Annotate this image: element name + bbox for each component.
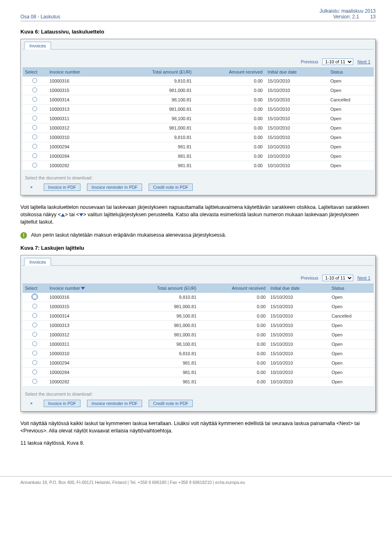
cell-status: Open <box>329 302 374 311</box>
btn-reminder-pdf[interactable]: Invoice reminder in PDF <box>87 184 142 191</box>
table-row: 10000282981.810.0010/10/2010Open <box>22 377 374 386</box>
cell-select[interactable] <box>22 311 47 320</box>
cell-status: Open <box>329 330 374 339</box>
th-invoice-number[interactable]: Invoice number <box>47 68 112 76</box>
th-total-amount[interactable]: Total amount (EUR) <box>112 68 194 76</box>
radio-icon[interactable] <box>32 379 37 384</box>
th-initial-due-date[interactable]: Initial due date <box>265 68 328 76</box>
radio-icon[interactable] <box>32 106 37 111</box>
btn-creditnote-pdf[interactable]: Credit note in PDF <box>149 400 193 407</box>
cell-invoice-number: 10000312 <box>47 123 112 133</box>
cell-select[interactable] <box>22 142 47 152</box>
pager-range-select[interactable]: 1-10 of 11 <box>322 275 353 281</box>
cell-select[interactable] <box>22 292 47 302</box>
th-amount-received[interactable]: Amount received <box>194 68 265 76</box>
pager-next[interactable]: Next 1 <box>357 275 370 280</box>
radio-icon[interactable] <box>32 313 37 318</box>
cell-due-date: 15/10/2010 <box>265 95 328 105</box>
cell-due-date: 10/10/2010 <box>265 152 328 161</box>
btn-invoice-pdf[interactable]: Invoice in PDF <box>44 400 80 407</box>
cell-select[interactable] <box>22 367 47 377</box>
table-row: 100003169,810.810.0015/10/2010Open <box>22 292 374 302</box>
radio-icon[interactable] <box>32 78 37 83</box>
radio-icon[interactable] <box>32 351 37 356</box>
cell-status: Cancelled <box>328 95 374 105</box>
cell-select[interactable] <box>22 349 47 358</box>
cell-invoice-number: 10000284 <box>47 152 112 161</box>
bullet-icon <box>31 186 32 188</box>
th-select[interactable]: Select <box>22 68 47 76</box>
cell-total-amount: 981,000.81 <box>120 330 199 339</box>
pager-next[interactable]: Next 1 <box>357 59 370 64</box>
cell-select[interactable] <box>22 320 47 330</box>
cell-select[interactable] <box>22 95 47 105</box>
th-initial-due-date[interactable]: Initial due date <box>268 284 329 292</box>
btn-creditnote-pdf[interactable]: Credit note in PDF <box>149 184 193 191</box>
th-amount-received[interactable]: Amount received <box>199 284 268 292</box>
radio-icon[interactable] <box>32 125 37 130</box>
radio-icon[interactable] <box>32 97 37 102</box>
sort-down-icon <box>79 213 83 217</box>
radio-icon[interactable] <box>32 134 37 139</box>
cell-select[interactable] <box>22 358 47 367</box>
tab-invoices[interactable]: Invoices <box>24 42 51 49</box>
cell-select[interactable] <box>22 105 47 114</box>
cell-amount-received: 0.00 <box>199 349 268 358</box>
radio-icon[interactable] <box>32 87 37 92</box>
cell-due-date: 15/10/2010 <box>268 292 329 302</box>
cell-select[interactable] <box>22 161 47 170</box>
th-select[interactable]: Select <box>22 284 47 292</box>
cell-select[interactable] <box>22 114 47 123</box>
cell-total-amount: 9,810.81 <box>112 76 194 86</box>
cell-amount-received: 0.00 <box>199 320 268 330</box>
cell-due-date: 15/10/2010 <box>268 302 329 311</box>
cell-select[interactable] <box>22 76 47 86</box>
cell-amount-received: 0.00 <box>194 105 265 114</box>
th-invoice-number[interactable]: Invoice number <box>47 284 120 292</box>
th-status[interactable]: Status <box>328 68 374 76</box>
radio-icon[interactable] <box>32 360 37 365</box>
radio-icon[interactable] <box>32 369 37 374</box>
radio-icon[interactable] <box>32 144 37 149</box>
cell-total-amount: 981.81 <box>112 142 194 152</box>
pager-range-select[interactable]: 1-10 of 11 <box>322 58 353 65</box>
th-status[interactable]: Status <box>329 284 374 292</box>
cell-select[interactable] <box>22 123 47 133</box>
radio-icon[interactable] <box>32 116 37 121</box>
cell-select[interactable] <box>22 86 47 95</box>
cell-status: Open <box>328 114 374 123</box>
cell-invoice-number: 10000282 <box>47 377 120 386</box>
info-icon: ! <box>20 232 27 239</box>
header-right: Julkaistu: maaliskuu 2013 Version: 2.1 1… <box>320 8 376 20</box>
cell-select[interactable] <box>22 339 47 349</box>
cell-select[interactable] <box>22 377 47 386</box>
radio-icon[interactable] <box>32 322 37 327</box>
table-row: 10000313981,000.810.0015/10/2010Open <box>22 105 374 114</box>
radio-icon[interactable] <box>32 304 37 309</box>
cell-select[interactable] <box>22 152 47 161</box>
cell-total-amount: 981,000.81 <box>112 123 194 133</box>
table-row: 100003169,810.810.0015/10/2010Open <box>22 76 374 86</box>
radio-icon[interactable] <box>32 163 37 168</box>
cell-select[interactable] <box>22 330 47 339</box>
cell-total-amount: 981.81 <box>120 367 199 377</box>
btn-invoice-pdf[interactable]: Invoice in PDF <box>44 184 80 191</box>
cell-total-amount: 981,000.81 <box>112 86 194 95</box>
cell-due-date: 15/10/2010 <box>265 133 328 142</box>
cell-select[interactable] <box>22 133 47 142</box>
cell-due-date: 10/10/2010 <box>265 161 328 170</box>
radio-icon[interactable] <box>32 332 37 337</box>
th-total-amount[interactable]: Total amount (EUR) <box>120 284 199 292</box>
cell-total-amount: 981.81 <box>112 161 194 170</box>
cell-status: Open <box>329 292 374 302</box>
cell-select[interactable] <box>22 302 47 311</box>
pager-previous[interactable]: Previous <box>301 275 318 280</box>
cell-total-amount: 98,100.81 <box>112 95 194 105</box>
radio-icon[interactable] <box>32 294 37 299</box>
table-row: 10000312981,000.810.0015/10/2010Open <box>22 123 374 133</box>
radio-icon[interactable] <box>32 341 37 346</box>
radio-icon[interactable] <box>32 153 37 158</box>
btn-reminder-pdf[interactable]: Invoice reminder in PDF <box>87 400 142 407</box>
tab-invoices[interactable]: Invoices <box>24 258 51 266</box>
pager-previous[interactable]: Previous <box>301 59 318 64</box>
